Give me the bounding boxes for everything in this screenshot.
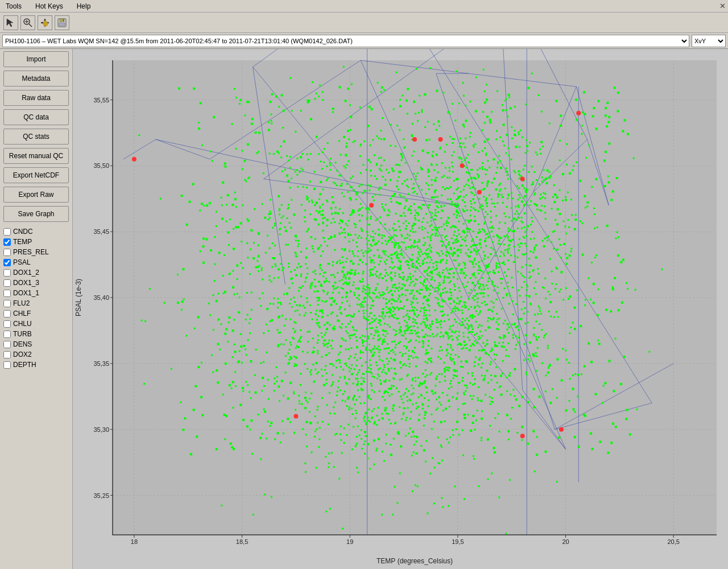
cb-depth-label: DEPTH [13,361,36,369]
cb-dens-checkbox[interactable] [3,341,11,348]
cb-pres-rel-row: PRES_REL [3,247,69,257]
cb-chlu-label: CHLU [13,320,32,328]
save-tool-button[interactable] [55,15,69,30]
view-select[interactable]: XvY [692,35,726,47]
cb-depth-checkbox[interactable] [3,361,11,369]
cb-temp-checkbox[interactable] [3,238,11,246]
cb-dox13-label: DOX1_3 [13,279,39,287]
cb-dox13-row: DOX1_3 [3,278,69,288]
variable-checkbox-section: CNDC TEMP PRES_REL PSAL DOX1_2 DOX1_3 [0,223,72,569]
graph-canvas [73,49,728,569]
resetmanualqc-button[interactable]: Reset manual QC [3,148,69,164]
zoom-tool-button[interactable] [20,15,35,30]
svg-line-1 [29,24,32,27]
exportnetcdf-button[interactable]: Export NetCDF [3,167,69,183]
cb-flu2-row: FLU2 [3,298,69,308]
menu-tools[interactable]: Tools [2,1,25,11]
cb-depth-row: DEPTH [3,360,69,370]
svg-rect-7 [63,19,64,21]
cb-chlu-row: CHLU [3,319,69,329]
cb-dox12-label: DOX1_2 [13,269,39,277]
cb-chlf-label: CHLF [13,310,31,318]
cb-temp-label: TEMP [13,238,32,246]
cb-dox12-checkbox[interactable] [3,269,11,277]
cb-temp-row: TEMP [3,237,69,247]
savegraph-button[interactable]: Save Graph [3,206,69,222]
pointer-tool-button[interactable] [3,15,18,30]
cb-chlu-checkbox[interactable] [3,320,11,328]
cb-cndc-row: CNDC [3,226,69,237]
qcdata-button[interactable]: QC data [3,109,69,125]
cb-turb-checkbox[interactable] [3,331,11,338]
menu-help[interactable]: Help [73,1,94,11]
cb-psal-row: PSAL [3,257,69,267]
cb-dox2-checkbox[interactable] [3,351,11,358]
cb-dox2-row: DOX2 [3,349,69,360]
datasetbar: PH100-1106 – WET Labs WQM SN=142 @15.5m … [0,33,728,49]
cb-flu2-label: FLU2 [13,299,30,307]
dataset-select[interactable]: PH100-1106 – WET Labs WQM SN=142 @15.5m … [2,35,689,47]
main-content: Import Metadata Raw data QC data QC stat… [0,49,728,569]
cb-dens-row: DENS [3,339,69,349]
menubar: Tools Hot Keys Help ✕ [0,0,728,13]
pan-tool-button[interactable] [38,15,52,30]
cb-dox11-checkbox[interactable] [3,290,11,297]
cb-psal-checkbox[interactable] [3,259,11,266]
metadata-button[interactable]: Metadata [3,71,69,86]
cb-turb-row: TURB [3,329,69,339]
cb-pres-rel-checkbox[interactable] [3,249,11,256]
svg-rect-6 [59,23,65,26]
toolbar [0,13,728,33]
cb-cndc-checkbox[interactable] [3,228,11,236]
cb-dox12-row: DOX1_2 [3,267,69,278]
rawdata-button[interactable]: Raw data [3,90,69,106]
cb-chlf-checkbox[interactable] [3,310,11,318]
cb-psal-label: PSAL [13,258,31,266]
menu-hotkeys[interactable]: Hot Keys [32,1,67,11]
cb-dens-label: DENS [13,340,32,348]
cb-dox11-label: DOX1_1 [13,289,39,297]
cb-chlf-row: CHLF [3,308,69,319]
cb-pres-rel-label: PRES_REL [13,248,49,256]
exportraw-button[interactable]: Export Raw [3,187,69,203]
cb-cndc-label: CNDC [13,228,33,236]
import-button[interactable]: Import [3,51,69,67]
sidebar: Import Metadata Raw data QC data QC stat… [0,49,73,569]
cb-dox2-label: DOX2 [13,351,32,358]
graph-area[interactable] [73,49,728,569]
cb-turb-label: TURB [13,330,32,338]
qcstats-button[interactable]: QC stats [3,129,69,145]
cb-dox13-checkbox[interactable] [3,279,11,287]
cb-dox11-row: DOX1_1 [3,288,69,298]
cb-flu2-checkbox[interactable] [3,300,11,307]
